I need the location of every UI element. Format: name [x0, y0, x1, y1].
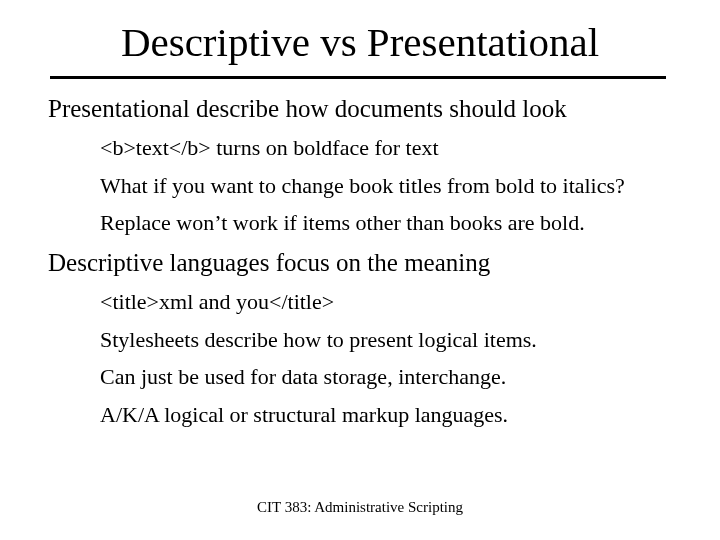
- bullet-item: <title>xml and you</title>: [100, 288, 690, 316]
- bullet-item: <b>text</b> turns on boldface for text: [100, 134, 690, 162]
- bullet-item: A/K/A logical or structural markup langu…: [100, 401, 690, 429]
- bullet-item: Replace won’t work if items other than b…: [100, 209, 690, 237]
- section-heading-1: Presentational describe how documents sh…: [48, 93, 680, 124]
- section-heading-2: Descriptive languages focus on the meani…: [48, 247, 680, 278]
- slide-title: Descriptive vs Presentational: [0, 0, 720, 72]
- slide: Descriptive vs Presentational Presentati…: [0, 0, 720, 540]
- bullet-item: Stylesheets describe how to present logi…: [100, 326, 690, 354]
- slide-footer: CIT 383: Administrative Scripting: [0, 499, 720, 516]
- bullet-item: Can just be used for data storage, inter…: [100, 363, 690, 391]
- title-underline: [50, 76, 666, 79]
- bullet-item: What if you want to change book titles f…: [100, 172, 690, 200]
